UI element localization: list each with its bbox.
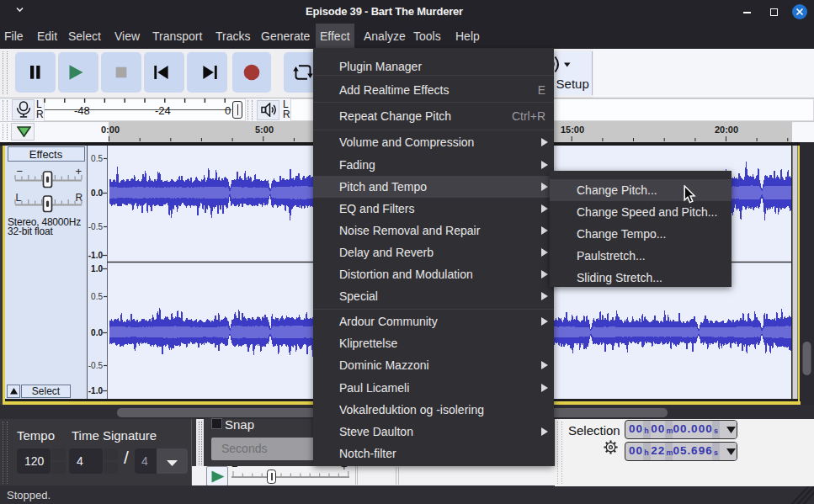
- svg-text:−: −: [231, 461, 238, 473]
